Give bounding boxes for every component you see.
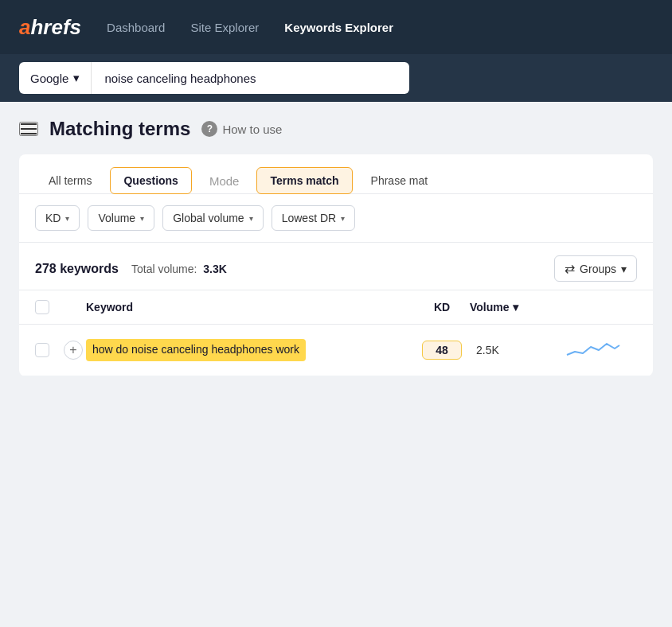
results-section: 278 keywords Total volume: 3.3K ⇄ Groups… (19, 243, 653, 290)
filter-volume[interactable]: Volume ▾ (88, 205, 154, 231)
groups-button[interactable]: ⇄ Groups ▾ (554, 255, 637, 282)
page-title: Matching terms (49, 118, 190, 140)
search-bar: Google ▾ (0, 54, 672, 102)
filter-global-volume[interactable]: Global volume ▾ (162, 205, 264, 231)
search-engine-button[interactable]: Google ▾ (19, 62, 91, 94)
table-header: Keyword KD Volume ▾ (19, 290, 653, 325)
page-header: Matching terms ? How to use (19, 118, 653, 140)
table-section: Keyword KD Volume ▾ + how do noise cance… (19, 290, 653, 376)
header-keyword: Keyword (86, 301, 414, 314)
header-kd: KD (414, 301, 470, 314)
tabs-section: All terms Questions Mode Terms match Phr… (19, 154, 653, 194)
logo-hrefs: hrefs (30, 17, 81, 37)
help-circle-icon: ? (201, 121, 217, 137)
nav-keywords-explorer[interactable]: Keywords Explorer (284, 21, 393, 34)
select-all-checkbox[interactable] (35, 300, 49, 314)
total-volume-text: Total volume: 3.3K (131, 263, 227, 275)
volume-label: Volume (470, 301, 510, 314)
row-checkbox-col (35, 343, 64, 357)
filter-volume-label: Volume (98, 212, 135, 224)
keyword-highlighted-text: how do noise canceling headphones work (86, 339, 306, 361)
filter-lowest-dr-chevron-icon: ▾ (341, 214, 345, 223)
groups-label: Groups (580, 263, 616, 275)
nav-dashboard[interactable]: Dashboard (107, 21, 165, 34)
sparkline-chart (565, 336, 621, 361)
search-engine-label: Google (30, 72, 68, 85)
add-keyword-button[interactable]: + (64, 341, 83, 360)
results-count: 278 keywords (35, 262, 119, 276)
filter-kd-chevron-icon: ▾ (65, 214, 69, 223)
help-label: How to use (222, 123, 282, 136)
kd-badge: 48 (422, 341, 462, 360)
row-checkbox[interactable] (35, 343, 49, 357)
kd-cell: 48 (414, 341, 470, 360)
add-to-list-col: + (64, 341, 86, 360)
filter-lowest-dr-label: Lowest DR (282, 212, 336, 224)
header-volume: Volume ▾ (470, 301, 565, 314)
hamburger-line-3 (21, 133, 37, 134)
filter-global-volume-label: Global volume (173, 212, 244, 224)
hamburger-line-1 (21, 123, 37, 125)
hamburger-menu-button[interactable] (19, 122, 38, 136)
filter-kd-label: KD (45, 212, 61, 224)
tab-mode-separator: Mode (197, 168, 252, 194)
volume-sort-icon[interactable]: ▾ (513, 301, 518, 314)
tab-terms-match[interactable]: Terms match (256, 167, 352, 194)
help-button[interactable]: ? How to use (201, 121, 282, 137)
filter-volume-chevron-icon: ▾ (140, 214, 144, 223)
tab-all-terms[interactable]: All terms (35, 167, 105, 194)
groups-chevron-icon: ▾ (621, 263, 627, 275)
header-checkbox-col (35, 300, 64, 314)
table-row: + how do noise canceling headphones work… (19, 325, 653, 376)
filter-kd[interactable]: KD ▾ (35, 205, 80, 231)
logo[interactable]: a hrefs (19, 17, 81, 37)
groups-filter-icon: ⇄ (565, 261, 575, 276)
search-input[interactable] (91, 62, 409, 94)
engine-chevron-icon: ▾ (73, 71, 80, 85)
hamburger-line-2 (21, 128, 37, 130)
chart-cell (565, 336, 637, 364)
filter-global-volume-chevron-icon: ▾ (249, 214, 253, 223)
tab-questions[interactable]: Questions (110, 167, 191, 194)
keyword-cell: how do noise canceling headphones work (86, 339, 414, 361)
top-nav: a hrefs Dashboard Site Explorer Keywords… (0, 0, 672, 54)
logo-a: a (19, 17, 30, 37)
filter-lowest-dr[interactable]: Lowest DR ▾ (272, 205, 355, 231)
nav-site-explorer[interactable]: Site Explorer (190, 21, 259, 34)
filters-section: KD ▾ Volume ▾ Global volume ▾ Lowest DR … (19, 194, 653, 243)
tab-phrase-match[interactable]: Phrase mat (357, 167, 442, 194)
volume-cell: 2.5K (470, 344, 565, 356)
